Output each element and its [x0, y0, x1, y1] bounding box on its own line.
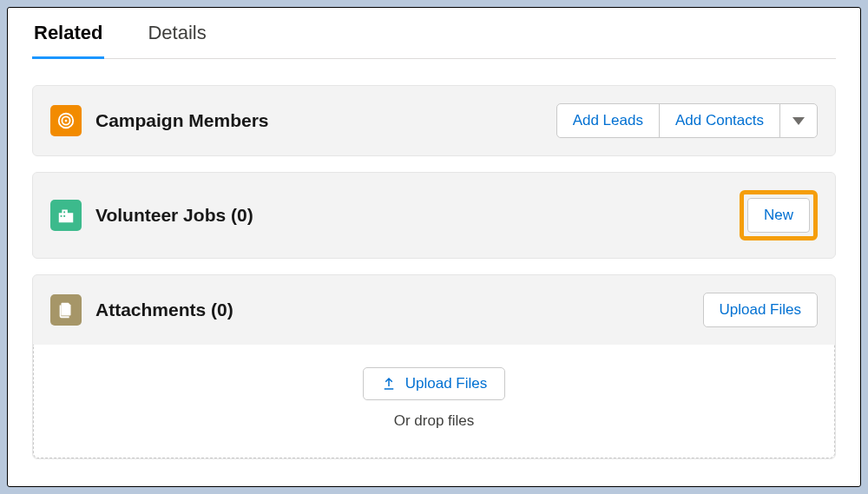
svg-rect-4: [63, 215, 65, 217]
card-title: Volunteer Jobs (0): [95, 205, 253, 226]
add-contacts-button[interactable]: Add Contacts: [659, 103, 780, 138]
card-attachments: Attachments (0) Upload Files Upload File…: [32, 274, 836, 459]
card-title: Campaign Members: [95, 110, 269, 131]
button-group: Add Leads Add Contacts: [556, 103, 818, 138]
dropzone-upload-label: Upload Files: [405, 375, 488, 392]
more-actions-button[interactable]: [779, 103, 818, 138]
new-button[interactable]: New: [747, 198, 810, 233]
highlight-annotation: New: [740, 190, 818, 240]
card-header: Attachments (0) Upload Files: [33, 275, 835, 345]
svg-point-2: [65, 120, 68, 122]
chevron-down-icon: [792, 117, 805, 125]
record-panel: Related Details Campaign Members Add Lea…: [7, 7, 861, 487]
card-left: Volunteer Jobs (0): [50, 200, 253, 231]
svg-rect-3: [61, 215, 62, 217]
dropzone-upload-button[interactable]: Upload Files: [363, 367, 506, 400]
card-title: Attachments (0): [95, 300, 233, 320]
card-left: Attachments (0): [50, 294, 233, 326]
card-volunteer-jobs: Volunteer Jobs (0) New: [32, 172, 836, 259]
tab-details[interactable]: Details: [146, 18, 207, 58]
attachments-icon: [50, 294, 82, 326]
tab-bar: Related Details: [32, 18, 836, 59]
upload-icon: [381, 376, 397, 392]
add-leads-button[interactable]: Add Leads: [556, 103, 660, 138]
card-header: Campaign Members Add Leads Add Contacts: [33, 86, 835, 155]
dropzone-hint: Or drop files: [394, 412, 475, 430]
campaign-icon: [50, 105, 82, 136]
card-left: Campaign Members: [50, 105, 269, 136]
upload-files-button[interactable]: Upload Files: [703, 293, 819, 327]
card-campaign-members: Campaign Members Add Leads Add Contacts: [32, 85, 836, 156]
svg-rect-5: [63, 211, 65, 213]
file-dropzone[interactable]: Upload Files Or drop files: [33, 345, 835, 458]
volunteer-icon: [50, 200, 82, 231]
tab-related[interactable]: Related: [32, 18, 104, 59]
card-header: Volunteer Jobs (0) New: [33, 173, 835, 258]
